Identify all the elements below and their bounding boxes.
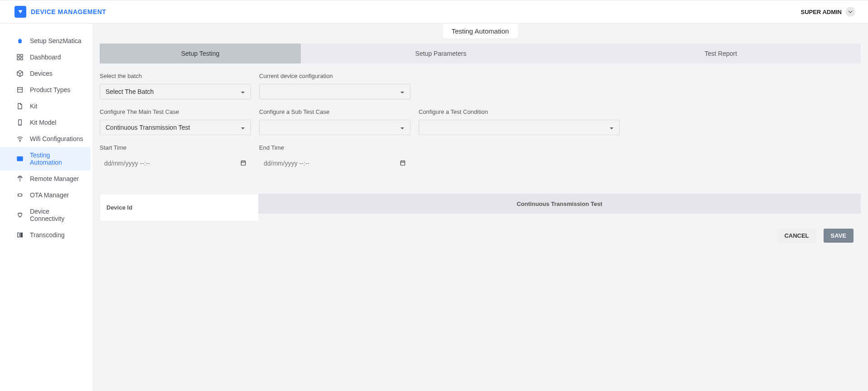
field-device-config: Current device configuration [259, 73, 410, 99]
cube-icon [16, 70, 24, 77]
brand[interactable]: DEVICE MANAGEMENT [14, 6, 106, 18]
sidebar-item-label: Product Types [30, 86, 70, 93]
breadcrumb: Testing Automation [442, 24, 519, 39]
sidebar-item-label: Setup SenzMatica [30, 37, 82, 44]
select-main-test-value: Continuous Transmission Test [106, 124, 190, 131]
sidebar-item-transcoding[interactable]: Transcoding [0, 227, 92, 243]
cancel-button[interactable]: CANCEL [777, 229, 816, 243]
tab-setup-testing[interactable]: Setup Testing [100, 44, 301, 64]
terminal-icon [16, 155, 24, 162]
sidebar-item-device-connectivity[interactable]: Device Connectivity [0, 203, 92, 227]
grid-icon [16, 54, 24, 61]
chevron-down-icon [609, 124, 614, 131]
bag-icon [16, 37, 24, 44]
tab-setup-parameters[interactable]: Setup Parameters [301, 44, 581, 64]
input-start-time-wrap [100, 156, 251, 171]
sidebar-item-label: Wifi Configurations [30, 135, 83, 142]
label-condition: Configure a Test Condition [419, 108, 620, 115]
sidebar-item-product-types[interactable]: Product Types [0, 82, 92, 98]
tabs: Setup Testing Setup Parameters Test Repo… [100, 44, 861, 64]
antenna-icon [16, 175, 24, 182]
chevron-down-icon [241, 124, 245, 131]
svg-rect-4 [20, 58, 23, 60]
svg-marker-0 [18, 10, 22, 14]
user-name: SUPER ADMIN [800, 9, 842, 15]
plug-icon [16, 211, 24, 219]
chip-icon [16, 191, 24, 199]
calendar-icon[interactable] [400, 160, 406, 167]
svg-rect-23 [400, 161, 405, 165]
save-button[interactable]: SAVE [824, 229, 854, 243]
sidebar-item-label: Devices [30, 70, 53, 77]
sidebar-item-wifi[interactable]: Wifi Configurations [0, 131, 92, 147]
svg-rect-10 [17, 156, 23, 161]
form-area: Select the batch Select The Batch Curren… [92, 64, 868, 189]
sidebar-item-dashboard[interactable]: Dashboard [0, 49, 92, 65]
input-end-time[interactable] [264, 160, 400, 167]
user-menu[interactable]: SUPER ADMIN [800, 7, 855, 17]
brand-logo-icon [14, 6, 26, 18]
field-end-time: End Time [259, 144, 410, 171]
col-test-name: Continuous Transmission Test [258, 194, 861, 214]
chevron-down-icon [400, 88, 405, 95]
chevron-down-icon [845, 7, 855, 17]
chevron-down-icon [400, 124, 405, 131]
svg-rect-2 [20, 54, 23, 57]
sidebar-item-label: Transcoding [30, 231, 65, 239]
sidebar-item-kit[interactable]: Kit [0, 98, 92, 114]
calendar-icon[interactable] [240, 160, 246, 167]
select-batch[interactable]: Select The Batch [100, 84, 251, 99]
select-batch-value: Select The Batch [106, 88, 154, 95]
svg-rect-18 [20, 233, 22, 237]
svg-rect-17 [18, 233, 19, 237]
sidebar-item-label: OTA Manager [30, 191, 69, 199]
content: Testing Automation Setup Testing Setup P… [92, 24, 868, 391]
topbar: DEVICE MANAGEMENT SUPER ADMIN [0, 0, 868, 24]
sidebar-item-devices[interactable]: Devices [0, 65, 92, 82]
field-main-test: Configure The Main Test Case Continuous … [100, 108, 251, 135]
box-icon [16, 86, 24, 93]
sidebar-item-kit-model[interactable]: Kit Model [0, 114, 92, 131]
input-end-time-wrap [259, 156, 410, 171]
actions: CANCEL SAVE [92, 221, 868, 250]
field-start-time: Start Time [100, 144, 251, 171]
sidebar-item-label: Remote Manager [30, 175, 79, 182]
svg-rect-5 [18, 88, 23, 93]
file-icon [16, 103, 24, 110]
sidebar-item-label: Dashboard [30, 54, 61, 61]
svg-rect-1 [17, 54, 19, 57]
sidebar-item-testing-automation[interactable]: Testing Automation [0, 147, 91, 171]
label-batch: Select the batch [100, 73, 251, 79]
sidebar-item-setup-senzmatica[interactable]: Setup SenzMatica [0, 33, 92, 49]
select-main-test[interactable]: Continuous Transmission Test [100, 120, 251, 135]
app-title: DEVICE MANAGEMENT [31, 8, 106, 15]
field-batch: Select the batch Select The Batch [100, 73, 251, 99]
sidebar-item-remote-manager[interactable]: Remote Manager [0, 171, 92, 187]
select-condition[interactable] [419, 120, 620, 135]
select-device-config[interactable] [259, 84, 410, 99]
svg-point-9 [19, 141, 20, 142]
table-header: Device Id Continuous Transmission Test [100, 194, 861, 221]
sidebar-item-label: Device Connectivity [30, 208, 85, 222]
tab-test-report[interactable]: Test Report [581, 44, 861, 64]
label-sub-test: Configure a Sub Test Case [259, 108, 410, 115]
sidebar-item-label: Kit [30, 103, 37, 110]
wifi-icon [16, 135, 24, 142]
chevron-down-icon [241, 88, 245, 95]
label-device-config: Current device configuration [259, 73, 410, 79]
field-sub-test: Configure a Sub Test Case [259, 108, 410, 135]
label-main-test: Configure The Main Test Case [100, 108, 251, 115]
svg-rect-3 [17, 58, 19, 60]
field-condition: Configure a Test Condition [419, 108, 620, 135]
input-start-time[interactable] [104, 160, 240, 167]
sidebar-item-label: Testing Automation [30, 152, 83, 166]
sidebar: Setup SenzMatica Dashboard Devices Produ… [0, 24, 92, 391]
col-device-id: Device Id [100, 194, 258, 221]
select-sub-test[interactable] [259, 120, 410, 135]
sidebar-item-ota-manager[interactable]: OTA Manager [0, 187, 92, 203]
svg-rect-19 [241, 161, 245, 165]
sidebar-item-label: Kit Model [30, 119, 56, 126]
columns-icon [16, 231, 24, 239]
phone-icon [16, 119, 24, 126]
label-end-time: End Time [259, 144, 410, 151]
